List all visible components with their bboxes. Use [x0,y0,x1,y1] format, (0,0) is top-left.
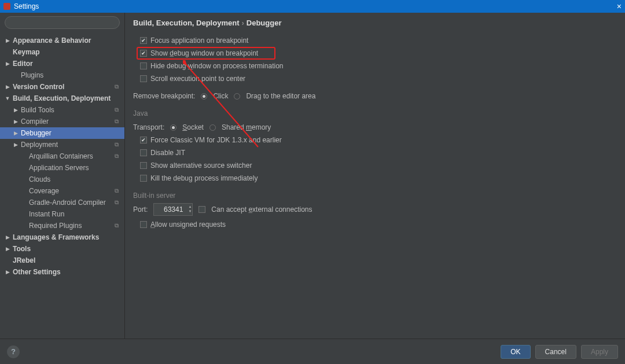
tree-item-label: Instant Run [29,210,64,218]
label-transport-shared[interactable]: Shared memory [222,123,271,131]
label-hide-window[interactable]: Hide debug window on process termination [150,62,283,70]
window-title: Settings [14,2,39,10]
label-force-classic-vm[interactable]: Force Classic VM for JDK 1.3.x and earli… [150,136,282,144]
project-scope-icon: ⧉ [115,83,120,90]
tree-item-version-control[interactable]: Version Control⧉ [0,81,124,93]
tree-item-appearance-behavior[interactable]: Appearance & Behavior [0,35,124,46]
transport-label: Transport: [133,123,164,131]
tree-item-other-settings[interactable]: Other Settings [0,266,124,278]
search-input[interactable] [5,16,120,29]
chevron-icon[interactable] [13,107,19,113]
tree-item-label: Tools [13,245,31,253]
tree-item-clouds[interactable]: Clouds [0,174,124,185]
label-remove-drag[interactable]: Drag to the editor area [246,92,315,100]
project-scope-icon: ⧉ [115,106,120,113]
tree-item-debugger[interactable]: Debugger [0,127,124,139]
checkbox-force-classic-vm[interactable] [140,137,147,144]
chevron-icon[interactable] [5,95,10,101]
port-input[interactable] [153,203,193,216]
tree-item-label: Keymap [13,48,40,56]
tree-item-application-servers[interactable]: Application Servers [0,162,124,174]
radio-transport-shared[interactable] [209,124,216,131]
chevron-icon[interactable] [5,38,10,43]
checkbox-focus-breakpoint[interactable] [140,37,147,44]
chevron-icon[interactable] [5,84,10,90]
tree-item-jrebel[interactable]: JRebel [0,255,124,266]
label-scroll-center[interactable]: Scroll execution point to center [150,75,245,83]
project-scope-icon: ⧉ [115,187,120,194]
tree-item-label: Clouds [29,175,50,183]
label-show-debug-window[interactable]: Show debug window on breakpoint [150,49,258,57]
settings-tree: Appearance & BehaviorKeymapEditorPlugins… [0,32,124,339]
project-scope-icon: ⧉ [115,222,120,229]
tree-item-build-tools[interactable]: Build Tools⧉ [0,104,124,116]
tree-item-gradle-android-compiler[interactable]: Gradle-Android Compiler⧉ [0,197,124,208]
label-transport-socket[interactable]: Socket [182,123,204,131]
label-remove-click[interactable]: Click [213,92,228,100]
chevron-icon[interactable] [5,61,10,67]
tree-item-required-plugins[interactable]: Required Plugins⧉ [0,220,124,231]
tree-item-label: Build Tools [21,106,54,114]
radio-transport-socket[interactable] [170,124,177,131]
checkbox-kill-debug[interactable] [140,175,147,182]
chevron-icon[interactable] [13,142,19,148]
title-bar: Settings × [0,0,625,13]
tree-item-languages-frameworks[interactable]: Languages & Frameworks [0,231,124,243]
radio-remove-drag[interactable] [234,93,240,100]
apply-button[interactable]: Apply [581,345,618,359]
chevron-icon[interactable] [5,269,10,275]
tree-item-label: Arquillian Containers [29,152,93,160]
tree-item-arquillian-containers[interactable]: Arquillian Containers⧉ [0,150,124,162]
footer: ? OK Cancel Apply [0,339,625,364]
tree-item-plugins[interactable]: Plugins [0,69,124,81]
tree-item-instant-run[interactable]: Instant Run [0,208,124,220]
tree-item-tools[interactable]: Tools [0,243,124,255]
checkbox-disable-jit[interactable] [140,149,147,156]
port-spinner[interactable]: ▲▼ [188,204,192,214]
section-java: Java [133,109,617,117]
label-focus-breakpoint[interactable]: Focus application on breakpoint [150,36,248,45]
cancel-button[interactable]: Cancel [535,345,576,359]
chevron-icon[interactable] [13,130,19,136]
label-kill-debug[interactable]: Kill the debug process immediately [150,174,258,182]
tree-item-editor[interactable]: Editor [0,58,124,69]
label-unsigned-requests[interactable]: Allow unsigned requests [150,220,226,229]
tree-item-label: Version Control [13,83,64,91]
chevron-icon[interactable] [5,246,10,252]
ok-button[interactable]: OK [501,345,530,359]
checkbox-external-connections[interactable] [198,206,205,213]
tree-item-label: Languages & Frameworks [13,233,99,241]
tree-item-coverage[interactable]: Coverage⧉ [0,185,124,197]
radio-remove-click[interactable] [201,93,207,100]
app-icon [3,3,10,10]
project-scope-icon: ⧉ [115,153,120,160]
tree-item-label: Compiler [21,117,49,126]
help-button[interactable]: ? [7,345,20,358]
remove-breakpoint-label: Remove breakpoint: [133,92,195,100]
checkbox-show-debug-window[interactable] [140,50,147,57]
label-external-connections[interactable]: Can accept external connections [211,205,312,214]
tree-item-label: Gradle-Android Compiler [29,198,106,207]
section-builtin-server: Built-in server [133,192,617,200]
close-icon[interactable]: × [617,2,622,11]
chevron-icon[interactable] [5,234,10,240]
tree-item-label: Application Servers [29,164,89,172]
tree-item-build-execution-deployment[interactable]: Build, Execution, Deployment [0,93,124,104]
checkbox-alt-source-switcher[interactable] [140,162,147,169]
tree-item-label: Coverage [29,187,59,195]
tree-item-deployment[interactable]: Deployment⧉ [0,139,124,150]
tree-item-compiler[interactable]: Compiler⧉ [0,116,124,127]
project-scope-icon: ⧉ [115,199,120,206]
chevron-icon[interactable] [13,119,19,124]
checkbox-hide-window[interactable] [140,62,147,69]
tree-item-label: Editor [13,60,33,68]
label-disable-jit[interactable]: Disable JIT [150,149,185,157]
tree-item-label: Plugins [21,71,43,79]
project-scope-icon: ⧉ [115,118,120,125]
tree-item-label: Debugger [21,129,52,137]
tree-item-keymap[interactable]: Keymap [0,46,124,58]
checkbox-unsigned-requests[interactable] [140,221,147,228]
label-alt-source-switcher[interactable]: Show alternative source switcher [150,161,252,170]
checkbox-scroll-center[interactable] [140,75,147,82]
tree-item-label: Build, Execution, Deployment [13,94,111,102]
